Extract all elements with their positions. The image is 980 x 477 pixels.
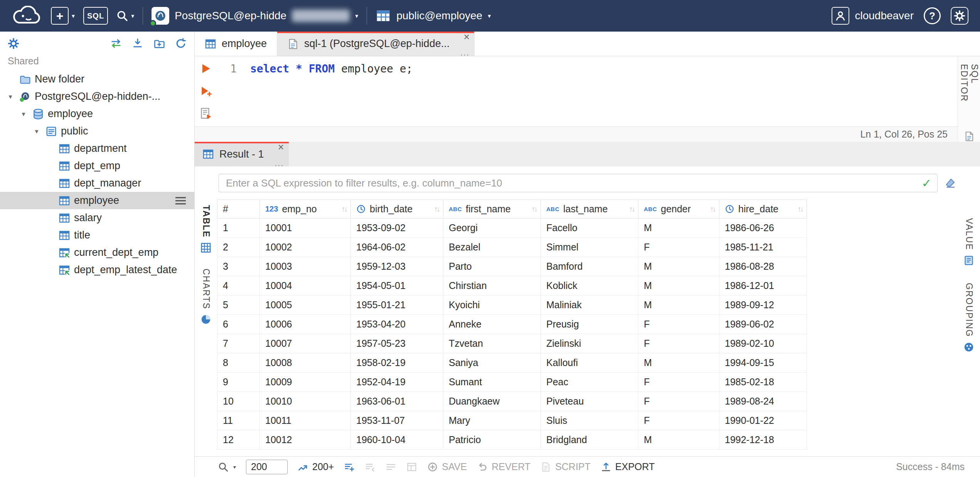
grid-cell[interactable]: 10009 xyxy=(260,373,351,392)
row-number-cell[interactable]: 2 xyxy=(217,238,260,257)
grid-cell[interactable]: 10010 xyxy=(260,392,351,411)
grid-cell[interactable]: Saniya xyxy=(443,353,541,373)
grid-cell[interactable]: 10012 xyxy=(260,430,351,450)
grid-cell[interactable]: 1957-05-23 xyxy=(351,334,443,353)
delete-row-icon[interactable] xyxy=(365,462,375,472)
sort-icon[interactable]: ↑↓ xyxy=(710,205,715,213)
grid-cell[interactable]: 10006 xyxy=(260,315,351,334)
apply-filter-check-icon[interactable]: ✓ xyxy=(922,176,931,190)
grid-cell[interactable]: 1963-06-01 xyxy=(351,392,443,411)
execute-query-icon[interactable] xyxy=(200,62,212,75)
grid-cell[interactable]: Peac xyxy=(541,373,638,392)
grid-cell[interactable]: 1986-08-28 xyxy=(719,257,807,276)
grid-cell[interactable]: M xyxy=(638,276,719,296)
grid-cell[interactable]: Tzvetan xyxy=(443,334,541,353)
result-tab[interactable]: Result - 1 × ... xyxy=(195,142,289,166)
grid-cell[interactable]: Bezalel xyxy=(443,238,541,257)
row-number-cell[interactable]: 1 xyxy=(217,218,260,238)
row-number-cell[interactable]: 7 xyxy=(217,334,260,353)
user-menu-button[interactable]: cloudbeaver xyxy=(832,7,914,25)
grid-cell[interactable]: Preusig xyxy=(541,315,638,334)
sql-editor-vertical-tab[interactable]: SQL EDITOR xyxy=(959,64,980,123)
sidebar-item-new-folder[interactable]: New folder xyxy=(0,71,194,88)
sidebar-item-title[interactable]: title xyxy=(0,227,194,244)
grid-cell[interactable]: 1990-01-22 xyxy=(719,411,807,430)
grid-cell[interactable]: 1994-09-15 xyxy=(719,353,807,373)
grid-cell[interactable]: 1989-02-10 xyxy=(719,334,807,353)
cloudbeaver-logo-icon[interactable] xyxy=(12,6,42,26)
sidebar-item-department[interactable]: department xyxy=(0,140,194,157)
settings-button[interactable] xyxy=(951,7,968,25)
grid-cell[interactable]: 10008 xyxy=(260,353,351,373)
presentation-tab-charts[interactable]: CHARTS xyxy=(200,269,211,325)
grid-cell[interactable]: Piveteau xyxy=(541,392,638,411)
tab-menu-dots-icon[interactable]: ... xyxy=(274,161,284,166)
grid-cell[interactable]: M xyxy=(638,218,719,238)
sidebar-item-salary[interactable]: salary xyxy=(0,209,194,227)
sync-arrows-icon[interactable] xyxy=(110,38,122,49)
sort-icon[interactable]: ↑↓ xyxy=(434,205,439,213)
export-button[interactable]: EXPORT xyxy=(601,461,655,472)
grid-cell[interactable]: Facello xyxy=(541,218,638,238)
grid-cell[interactable]: 1954-05-01 xyxy=(351,276,443,296)
grid-cell[interactable]: 1959-12-03 xyxy=(351,257,443,276)
grid-cell[interactable]: M xyxy=(638,296,719,315)
grid-cell[interactable]: 1953-11-07 xyxy=(351,411,443,430)
row-number-cell[interactable]: 9 xyxy=(217,373,260,392)
menu-handle-icon[interactable] xyxy=(175,197,186,204)
save-button[interactable]: SAVE xyxy=(427,461,467,472)
close-icon[interactable]: × xyxy=(463,32,470,42)
grid-cell[interactable]: Sluis xyxy=(541,411,638,430)
grid-cell[interactable]: M xyxy=(638,257,719,276)
column-header-gender[interactable]: ABCgender↑↓ xyxy=(638,200,719,218)
panel-tab-grouping[interactable]: GROUPING xyxy=(963,283,974,353)
close-icon[interactable]: × xyxy=(278,142,284,153)
grid-cell[interactable]: 10001 xyxy=(260,218,351,238)
grid-cell[interactable]: Kalloufi xyxy=(541,353,638,373)
grid-cell[interactable]: M xyxy=(638,430,719,450)
grid-cell[interactable]: F xyxy=(638,411,719,430)
grid-cell[interactable]: Chirstian xyxy=(443,276,541,296)
fetch-size-input[interactable] xyxy=(246,460,288,474)
grid-cell[interactable]: F xyxy=(638,238,719,257)
sidebar-item-employee[interactable]: ▾employee xyxy=(0,105,194,123)
sort-icon[interactable]: ↑↓ xyxy=(798,205,803,213)
grid-cell[interactable]: 10011 xyxy=(260,411,351,430)
schema-selector[interactable]: public@employee ▾ xyxy=(375,8,491,24)
add-row-icon[interactable] xyxy=(344,462,355,472)
row-number-cell[interactable]: 8 xyxy=(217,353,260,373)
grid-scroll-area[interactable]: #123emp_no↑↓birth_date↑↓ABCfirst_name↑↓A… xyxy=(217,200,958,456)
grid-cell[interactable]: 1992-12-18 xyxy=(719,430,807,450)
execute-new-tab-icon[interactable] xyxy=(200,85,212,97)
new-connection-button[interactable]: + ▾ xyxy=(51,7,75,25)
duplicate-row-icon[interactable] xyxy=(386,462,396,472)
grid-cell[interactable]: Georgi xyxy=(443,218,541,238)
grid-cell[interactable]: Duangkaew xyxy=(443,392,541,411)
grid-cell[interactable]: Kyoichi xyxy=(443,296,541,315)
grid-cell[interactable]: F xyxy=(638,392,719,411)
tab-menu-dots-icon[interactable]: ... xyxy=(460,50,470,55)
grid-cell[interactable]: F xyxy=(638,334,719,353)
column-header-last-name[interactable]: ABClast_name↑↓ xyxy=(541,200,638,218)
panel-tab-value[interactable]: VALUE xyxy=(963,218,974,266)
editor-tab-sql-1-postgresql-ep-hidde[interactable]: sql-1 (PostgreSQL@ep-hidde...×... xyxy=(277,32,475,56)
sidebar-item-dept-manager[interactable]: dept_manager xyxy=(0,175,194,192)
grid-cell[interactable]: Maliniak xyxy=(541,296,638,315)
grid-cell[interactable]: 10007 xyxy=(260,334,351,353)
grid-cell[interactable]: M xyxy=(638,353,719,373)
sort-icon[interactable]: ↑↓ xyxy=(342,205,347,213)
connection-search-button[interactable]: ▾ xyxy=(116,10,134,22)
revert-button[interactable]: REVERT xyxy=(477,461,530,472)
grid-cell[interactable]: 1958-02-19 xyxy=(351,353,443,373)
grid-cell[interactable]: 1964-06-02 xyxy=(351,238,443,257)
editor-tab-employee[interactable]: employee xyxy=(195,32,277,56)
sidebar-item-current-dept-emp[interactable]: current_dept_emp xyxy=(0,244,194,261)
grid-cell[interactable]: 1953-09-02 xyxy=(351,218,443,238)
open-sql-editor-button[interactable]: SQL xyxy=(83,7,108,25)
sort-icon[interactable]: ↑↓ xyxy=(629,205,634,213)
grid-cell[interactable]: 1953-04-20 xyxy=(351,315,443,334)
row-number-cell[interactable]: 12 xyxy=(217,430,260,450)
clear-filter-eraser-icon[interactable] xyxy=(945,177,956,189)
row-number-header[interactable]: # xyxy=(217,200,260,218)
grid-cell[interactable]: 10004 xyxy=(260,276,351,296)
